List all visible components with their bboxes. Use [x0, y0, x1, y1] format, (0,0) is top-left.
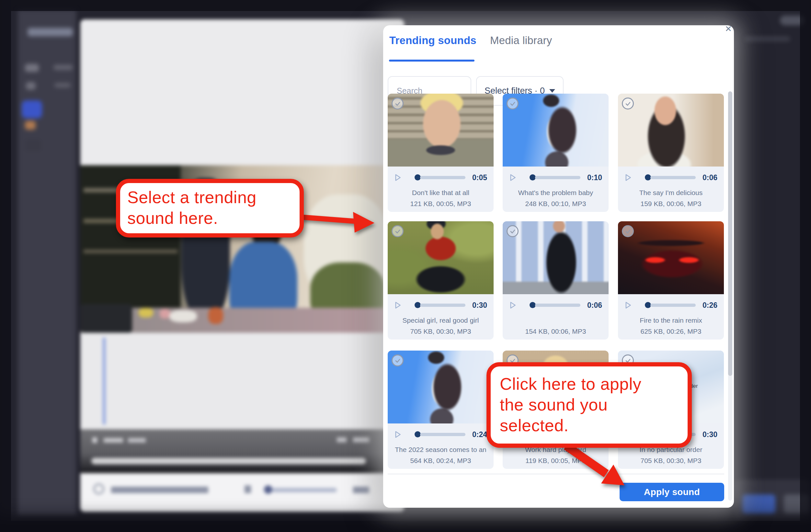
control-blob	[337, 437, 347, 442]
sound-thumbnail[interactable]	[388, 351, 494, 424]
progress-track[interactable]	[420, 176, 465, 179]
sound-card[interactable]: 0:24 The 2022 season comes to an 564 KB,…	[388, 351, 494, 469]
shelf-line-blob	[83, 249, 178, 253]
sound-card[interactable]: 0:26 Fire to the rain remix 625 KB, 00:2…	[618, 221, 724, 339]
annotation-arrow-1	[298, 201, 379, 240]
sound-meta: 705 KB, 00:30, MP3	[388, 328, 494, 335]
play-icon[interactable]	[510, 301, 516, 309]
player-row: 0:10	[503, 173, 609, 182]
thumbnail-clip	[618, 221, 724, 294]
duration-label: 0:06	[587, 301, 602, 310]
thumbnail-clip	[388, 94, 494, 167]
time-blob	[104, 438, 123, 443]
sound-title: Don't like that at all	[388, 189, 494, 197]
player-row: 0:05	[388, 173, 494, 182]
player-row: 0:06	[618, 173, 724, 182]
duration-label: 0:05	[472, 173, 487, 182]
duration-label: 0:10	[587, 173, 602, 182]
duration-label: 0:30	[472, 301, 487, 310]
progress-track[interactable]	[535, 176, 580, 179]
duration-label: 0:24	[472, 430, 487, 439]
play-icon[interactable]	[510, 174, 516, 181]
progress-track[interactable]	[420, 433, 465, 436]
player-row: 0:06	[503, 300, 609, 310]
sidebar-icon-blob	[25, 64, 39, 72]
footer-button-blob	[784, 495, 810, 514]
slider-dot-blob[interactable]	[264, 485, 272, 494]
pink-item-blob	[160, 309, 170, 319]
modal-top-section	[80, 19, 404, 165]
sound-meta: 564 KB, 00:24, MP3	[388, 457, 494, 465]
progress-track[interactable]	[651, 304, 696, 307]
thumbnail-clip	[388, 221, 494, 294]
slider-track-blob[interactable]	[272, 488, 337, 492]
thumbnail-clip	[618, 94, 724, 167]
sidebar-active-icon-blob	[22, 101, 42, 118]
play-icon[interactable]	[625, 174, 631, 181]
sound-thumbnail[interactable]	[388, 221, 494, 294]
progress-track[interactable]	[651, 176, 696, 179]
sound-card[interactable]: 0:06 154 KB, 00:06, MP3	[503, 221, 609, 339]
play-icon[interactable]	[395, 301, 401, 309]
sound-thumbnail[interactable]	[618, 94, 724, 167]
annotation-callout-select: Select a trending sound here.	[116, 179, 304, 238]
sidebar-icon-blob	[25, 139, 41, 151]
thumbnail-clip	[388, 351, 494, 424]
time-blob	[128, 438, 146, 443]
tab-trending-sounds[interactable]: Trending sounds	[389, 34, 476, 47]
sound-title: The say I'm delicious	[618, 189, 724, 197]
play-blob	[92, 437, 97, 443]
player-row: 0:30	[388, 300, 494, 310]
tab-media-library[interactable]: Media library	[490, 34, 552, 47]
sidebar-label-blob	[55, 83, 71, 88]
seek-bar[interactable]	[91, 458, 366, 464]
checkmark-icon[interactable]	[392, 97, 403, 109]
time-label-blob	[353, 487, 369, 493]
original-sound-label-blob	[111, 487, 208, 493]
play-icon[interactable]	[395, 430, 401, 438]
play-icon[interactable]	[395, 174, 401, 181]
annotation-arrow-2	[547, 444, 638, 491]
sound-meta: 154 KB, 00:06, MP3	[503, 328, 609, 335]
checkmark-icon[interactable]	[507, 97, 519, 109]
progress-track[interactable]	[420, 304, 465, 307]
lemon-blob	[139, 308, 153, 318]
sound-thumbnail[interactable]	[618, 221, 724, 294]
checkmark-icon[interactable]	[392, 354, 403, 366]
play-icon[interactable]	[625, 301, 631, 309]
scrollbar-thumb[interactable]	[728, 91, 732, 376]
sound-card[interactable]: 0:06 The say I'm delicious 159 KB, 00:06…	[618, 94, 724, 212]
play-blob[interactable]	[245, 485, 251, 493]
sound-thumbnail[interactable]	[388, 94, 494, 167]
caret-line-blob	[103, 338, 105, 424]
header-text-blob	[745, 36, 790, 42]
checkmark-icon[interactable]	[622, 97, 634, 109]
active-tab-underline	[389, 60, 474, 62]
original-sound-row	[80, 475, 404, 512]
close-icon[interactable]: ✕	[725, 24, 732, 34]
sound-title: The 2022 season comes to an	[388, 446, 494, 454]
checkmark-icon[interactable]	[507, 225, 519, 237]
radio-ring[interactable]	[93, 483, 104, 495]
checkmark-icon[interactable]	[622, 225, 634, 237]
sound-thumbnail[interactable]	[503, 94, 609, 167]
checkmark-icon[interactable]	[392, 225, 403, 237]
progress-track[interactable]	[535, 304, 580, 307]
sound-thumbnail[interactable]	[503, 221, 609, 294]
blurred-modal	[80, 19, 404, 512]
player-row: 0:24	[388, 430, 494, 439]
duration-label: 0:06	[703, 173, 717, 182]
sound-card[interactable]: 0:10 What's the problem baby 248 KB, 00:…	[503, 94, 609, 212]
sound-title: Special girl, real good girl	[388, 317, 494, 324]
vase-blob	[208, 307, 223, 324]
keyboard-blob	[169, 310, 197, 322]
sound-meta: 121 KB, 00:05, MP3	[388, 200, 494, 208]
sound-card[interactable]: 0:30 Special girl, real good girl 705 KB…	[388, 221, 494, 339]
sound-title: What's the problem baby	[503, 189, 609, 197]
sound-card[interactable]: 0:05 Don't like that at all 121 KB, 00:0…	[388, 94, 494, 212]
sidebar-icon-blob	[26, 82, 36, 90]
app-title-blob	[28, 28, 73, 36]
sidebar-label-blob	[53, 65, 73, 70]
laptop-blob	[80, 304, 132, 333]
sidebar-icon-blob	[25, 121, 36, 130]
